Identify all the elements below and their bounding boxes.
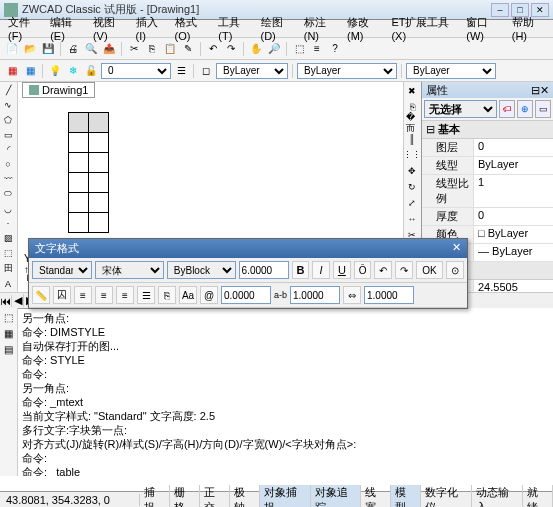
- lock-icon[interactable]: 🔓: [83, 63, 99, 79]
- width-factor-input[interactable]: [364, 286, 414, 304]
- status-对象捕捉[interactable]: 对象捕捉: [260, 485, 311, 508]
- command-window[interactable]: 另一角点:命令: DIMSTYLE自动保存打开的图...命令: STYLE命令:…: [18, 308, 360, 476]
- oblique-input[interactable]: [221, 286, 271, 304]
- pline-icon[interactable]: ∿: [1, 99, 15, 112]
- status-数字化仪[interactable]: 数字化仪: [421, 485, 472, 508]
- menu-I[interactable]: 插入(I): [132, 14, 169, 43]
- mtext-icon[interactable]: A: [1, 277, 15, 290]
- overline-button[interactable]: Ō: [354, 261, 372, 279]
- cut-icon[interactable]: ✂: [126, 41, 142, 57]
- bulb-icon[interactable]: 💡: [47, 63, 63, 79]
- help-icon[interactable]: ?: [327, 41, 343, 57]
- table-icon[interactable]: 田: [1, 261, 15, 275]
- rect-icon[interactable]: ▭: [1, 128, 15, 141]
- underline-button[interactable]: U: [333, 261, 351, 279]
- menu-ETX[interactable]: ET扩展工具(X): [387, 14, 460, 43]
- menu-H[interactable]: 帮助(H): [508, 14, 549, 43]
- preview-icon[interactable]: 🔍: [83, 41, 99, 57]
- status-极轴[interactable]: 极轴: [230, 485, 260, 508]
- linetype-combo[interactable]: ByLayer: [297, 63, 397, 79]
- match-icon[interactable]: ✎: [180, 41, 196, 57]
- circle-icon[interactable]: ○: [1, 158, 15, 171]
- ruler-icon[interactable]: 📏: [32, 286, 50, 304]
- arc-icon[interactable]: ◜: [1, 143, 15, 156]
- prop-row[interactable]: 线型比例1: [422, 175, 553, 208]
- lineweight-combo[interactable]: ByLayer: [406, 63, 496, 79]
- status-动态输入[interactable]: 动态输入: [472, 485, 523, 508]
- menu-T[interactable]: 工具(T): [214, 14, 254, 43]
- menu-M[interactable]: 修改(M): [343, 14, 385, 43]
- spline-icon[interactable]: 〰: [1, 173, 15, 186]
- bold-button[interactable]: B: [292, 261, 310, 279]
- tab-first-icon[interactable]: ⏮: [0, 295, 12, 307]
- open-icon[interactable]: 📂: [22, 41, 38, 57]
- status-栅格[interactable]: 栅格: [170, 485, 200, 508]
- freeze-icon[interactable]: ❄: [65, 63, 81, 79]
- scale-icon[interactable]: ⤢: [405, 196, 419, 210]
- stretch-icon[interactable]: ↔: [405, 212, 419, 226]
- justify-right-icon[interactable]: ≡: [116, 286, 134, 304]
- field-icon[interactable]: ⎘: [158, 286, 176, 304]
- line-icon[interactable]: ╱: [1, 84, 15, 97]
- layer-red-icon[interactable]: ▦: [4, 63, 20, 79]
- font-combo[interactable]: 宋体: [95, 261, 164, 279]
- zoom-icon[interactable]: 🔎: [266, 41, 282, 57]
- symbol-icon[interactable]: @: [200, 286, 218, 304]
- panel-close-icon[interactable]: ✕: [540, 84, 549, 97]
- layer-combo[interactable]: 0: [101, 63, 171, 79]
- copy-icon[interactable]: ⎘: [144, 41, 160, 57]
- new-icon[interactable]: 📄: [4, 41, 20, 57]
- prop-row[interactable]: 图层0: [422, 139, 553, 157]
- menu-F[interactable]: 文件(F): [4, 14, 44, 43]
- tracking-input[interactable]: [290, 286, 340, 304]
- layer-mgr-icon[interactable]: ☰: [173, 63, 189, 79]
- select-objects-icon[interactable]: ▭: [535, 100, 551, 118]
- mirror-icon[interactable]: �而: [405, 116, 419, 130]
- erase-icon[interactable]: ✖: [405, 84, 419, 98]
- undo-text-button[interactable]: ↶: [374, 261, 392, 279]
- undo-icon[interactable]: ↶: [205, 41, 221, 57]
- menu-V[interactable]: 视图(V): [89, 14, 130, 43]
- justify-left-icon[interactable]: ≡: [74, 286, 92, 304]
- save-icon[interactable]: 💾: [40, 41, 56, 57]
- ellarc-icon[interactable]: ◡: [1, 202, 15, 215]
- ok-button[interactable]: OK: [416, 261, 444, 279]
- text-style-combo[interactable]: Standard: [32, 261, 92, 279]
- menu-W[interactable]: 窗口(W): [462, 14, 505, 43]
- pickadd-icon[interactable]: ⊕: [517, 100, 533, 118]
- document-tab[interactable]: Drawing1: [22, 82, 95, 98]
- status-就绪[interactable]: 就绪: [523, 485, 553, 508]
- print-icon[interactable]: 🖨: [65, 41, 81, 57]
- cmd-icon-a[interactable]: ⬚: [1, 310, 15, 324]
- tab-prev-icon[interactable]: ◀: [12, 294, 24, 307]
- pan-icon[interactable]: ✋: [248, 41, 264, 57]
- numbering-icon[interactable]: ☰: [137, 286, 155, 304]
- prop-row[interactable]: 厚度0: [422, 208, 553, 226]
- italic-button[interactable]: I: [312, 261, 330, 279]
- color-combo[interactable]: ByLayer: [216, 63, 288, 79]
- status-线宽[interactable]: 线宽: [361, 485, 391, 508]
- paste-icon[interactable]: 📋: [162, 41, 178, 57]
- point-icon[interactable]: ·: [1, 217, 15, 230]
- tool-b-icon[interactable]: ≡: [309, 41, 325, 57]
- rotate-icon[interactable]: ↻: [405, 180, 419, 194]
- text-color-combo[interactable]: ByBlock: [167, 261, 236, 279]
- hatch-icon[interactable]: ▨: [1, 232, 15, 245]
- polygon-icon[interactable]: ⬠: [1, 114, 15, 127]
- justify-center-icon[interactable]: ≡: [95, 286, 113, 304]
- width-factor-icon[interactable]: ⇔: [343, 286, 361, 304]
- array-icon[interactable]: ⋮⋮: [405, 148, 419, 162]
- menu-O[interactable]: 格式(O): [171, 14, 213, 43]
- status-捕捉[interactable]: 捕捉: [140, 485, 170, 508]
- region-icon[interactable]: ⬚: [1, 247, 15, 260]
- menu-E[interactable]: 编辑(E): [46, 14, 87, 43]
- menu-D[interactable]: 绘图(D): [257, 14, 298, 43]
- cmd-icon-b[interactable]: ▦: [1, 326, 15, 340]
- color-swatch-icon[interactable]: ◻: [198, 63, 214, 79]
- status-对象追踪[interactable]: 对象追踪: [311, 485, 362, 508]
- ellipse-icon[interactable]: ⬭: [1, 187, 15, 200]
- cmd-icon-c[interactable]: ▤: [1, 342, 15, 356]
- offset-icon[interactable]: ║: [405, 132, 419, 146]
- quickselect-icon[interactable]: 🏷: [499, 100, 515, 118]
- publish-icon[interactable]: 📤: [101, 41, 117, 57]
